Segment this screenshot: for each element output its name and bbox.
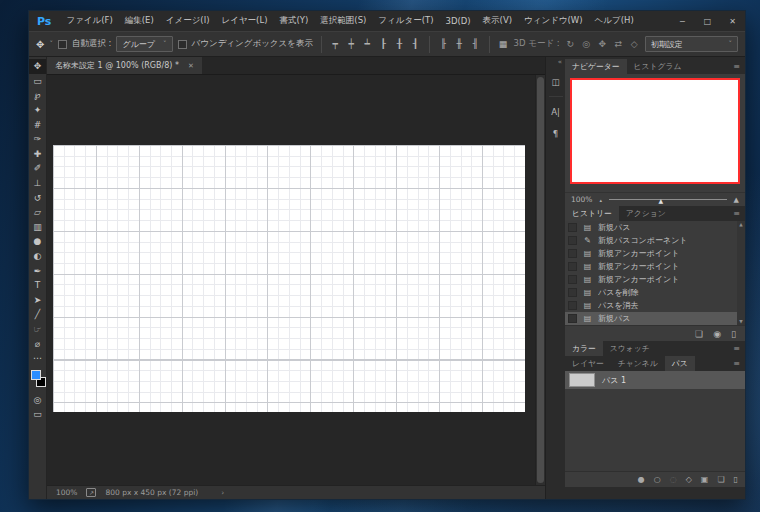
tab-channels[interactable]: チャンネル [611, 356, 665, 371]
history-source-checkbox[interactable] [568, 236, 577, 245]
load-path-selection-icon[interactable]: ◌ [670, 475, 677, 484]
quick-mask-button[interactable]: ◎ [29, 392, 46, 407]
navigator-preview[interactable] [570, 78, 740, 184]
history-state-row-selected[interactable]: ▤ 新規パス [565, 312, 745, 325]
distribute-left-icon[interactable]: ╟ [438, 39, 449, 49]
foreground-color-swatch[interactable] [31, 370, 41, 380]
zoom-slider-thumb[interactable]: ▲ [658, 197, 663, 204]
history-source-checkbox[interactable] [568, 275, 577, 284]
blur-tool[interactable]: ● [29, 234, 46, 249]
history-state-row[interactable]: ▤ パスを消去 [565, 299, 745, 312]
history-source-checkbox[interactable] [568, 223, 577, 232]
clone-stamp-tool[interactable]: ⊥ [29, 176, 46, 191]
auto-select-checkbox[interactable] [58, 40, 67, 49]
rectangular-marquee-tool[interactable]: ▭ [29, 74, 46, 89]
history-source-checkbox[interactable] [568, 249, 577, 258]
distribute-right-icon[interactable]: ╢ [470, 39, 481, 49]
new-path-icon[interactable]: ❏ [717, 475, 724, 484]
delete-state-icon[interactable]: ▯ [731, 329, 736, 339]
panel-menu-icon[interactable]: ≡ [728, 341, 745, 356]
align-left-edges-icon[interactable]: ┠ [378, 39, 389, 49]
zoom-in-icon[interactable]: ▲ [734, 196, 739, 204]
auto-select-dropdown[interactable]: グループ ˅ [116, 36, 172, 52]
menu-type[interactable]: 書式(Y) [273, 15, 314, 27]
menu-edit[interactable]: 編集(E) [119, 15, 160, 27]
distribute-spacing-icon[interactable]: ▦ [498, 39, 509, 49]
history-state-row[interactable]: ▤ 新規アンカーポイント [565, 260, 745, 273]
scroll-down-icon[interactable]: ▼ [739, 319, 742, 324]
3d-rotate-icon[interactable]: ↻ [565, 39, 576, 49]
lasso-tool[interactable]: ℘ [29, 88, 46, 103]
tab-navigator[interactable]: ナビゲーター [565, 59, 627, 74]
vertical-scrollbar[interactable] [535, 75, 545, 485]
history-state-row[interactable]: ▤ 新規アンカーポイント [565, 273, 745, 286]
screen-mode-button[interactable]: ▭ [29, 407, 46, 422]
path-selection-tool[interactable]: ➤ [29, 293, 46, 308]
move-tool[interactable]: ✥ [29, 59, 46, 74]
dodge-tool[interactable]: ◐ [29, 249, 46, 264]
align-bottom-edges-icon[interactable]: ┷ [362, 39, 373, 49]
close-button[interactable]: ✕ [720, 11, 745, 31]
align-top-edges-icon[interactable]: ┯ [330, 39, 341, 49]
path-item-selected[interactable]: パス 1 [565, 371, 745, 389]
3d-roll-icon[interactable]: ◎ [581, 39, 592, 49]
edit-toolbar-button[interactable]: ⋯ [29, 351, 46, 366]
tab-close-icon[interactable]: ✕ [188, 62, 194, 70]
distribute-centers-icon[interactable]: ╫ [454, 39, 465, 49]
bounding-box-checkbox[interactable] [178, 40, 187, 49]
scrollbar-thumb[interactable] [537, 77, 544, 483]
hand-tool[interactable]: ☞ [29, 322, 46, 337]
history-state-row[interactable]: ✎ 新規パスコンポーネント [565, 234, 745, 247]
stroke-path-icon[interactable]: ○ [654, 475, 661, 484]
align-vertical-centers-icon[interactable]: ┿ [346, 39, 357, 49]
tab-paths[interactable]: パス [665, 356, 695, 371]
menu-layer[interactable]: レイヤー(L) [216, 15, 274, 27]
3d-slide-icon[interactable]: ⇄ [613, 39, 624, 49]
type-tool[interactable]: T [29, 278, 46, 293]
menu-help[interactable]: ヘルプ(H) [589, 15, 640, 27]
history-source-checkbox[interactable] [568, 262, 577, 271]
add-mask-icon[interactable]: ▣ [701, 475, 709, 484]
tool-preset-caret-icon[interactable]: ˅ [49, 40, 53, 48]
history-state-row[interactable]: ▤ 新規パス [565, 221, 745, 234]
tab-actions[interactable]: アクション [619, 206, 673, 221]
navigator-zoom-value[interactable]: 100% [571, 195, 592, 204]
history-source-checkbox[interactable] [568, 301, 577, 310]
history-state-row[interactable]: ▤ パスを削除 [565, 286, 745, 299]
eyedropper-tool[interactable]: ✑ [29, 132, 46, 147]
brush-tool[interactable]: ✐ [29, 161, 46, 176]
history-scrollbar[interactable]: ▲ ▼ [737, 221, 745, 325]
menu-3d[interactable]: 3D(D) [439, 16, 476, 26]
delete-path-icon[interactable]: ▯ [734, 475, 738, 484]
workspace-preset-dropdown[interactable]: 初期設定 ˅ [645, 36, 738, 52]
character-styles-panel-icon[interactable]: ◫ [548, 74, 564, 89]
panel-menu-icon[interactable]: ≡ [728, 59, 745, 74]
paragraph-panel-icon[interactable]: ¶ [548, 126, 564, 141]
align-right-edges-icon[interactable]: ┨ [410, 39, 421, 49]
tab-layers[interactable]: レイヤー [565, 356, 611, 371]
menu-window[interactable]: ウィンドウ(W) [518, 15, 589, 27]
status-popup-chevron-icon[interactable]: › [221, 488, 224, 497]
new-snapshot-icon[interactable]: ◉ [713, 329, 721, 339]
minimize-button[interactable]: ─ [670, 11, 695, 31]
history-source-checkbox[interactable] [568, 314, 577, 323]
crop-tool[interactable]: # [29, 117, 46, 132]
zoom-level-field[interactable]: 100% [56, 488, 77, 497]
line-tool[interactable]: ╱ [29, 307, 46, 322]
eraser-tool[interactable]: ▱ [29, 205, 46, 220]
menu-view[interactable]: 表示(V) [477, 15, 518, 27]
scroll-up-icon[interactable]: ▲ [739, 222, 742, 227]
zoom-out-icon[interactable]: ▴ [599, 197, 602, 203]
panel-menu-icon[interactable]: ≡ [728, 206, 745, 221]
character-panel-icon[interactable]: A| [548, 104, 564, 119]
tab-histogram[interactable]: ヒストグラム [627, 59, 689, 74]
zoom-tool[interactable]: ⌀ [29, 336, 46, 351]
tab-history[interactable]: ヒストリー [565, 206, 619, 221]
zoom-slider[interactable]: ▲ [609, 199, 727, 200]
panel-menu-icon[interactable]: ≡ [728, 356, 745, 371]
canvas[interactable] [53, 145, 525, 412]
fill-path-icon[interactable]: ● [638, 475, 645, 484]
new-document-from-state-icon[interactable]: ❏ [695, 329, 703, 339]
menu-file[interactable]: ファイル(F) [60, 15, 118, 27]
spot-healing-brush-tool[interactable]: ✚ [29, 147, 46, 162]
